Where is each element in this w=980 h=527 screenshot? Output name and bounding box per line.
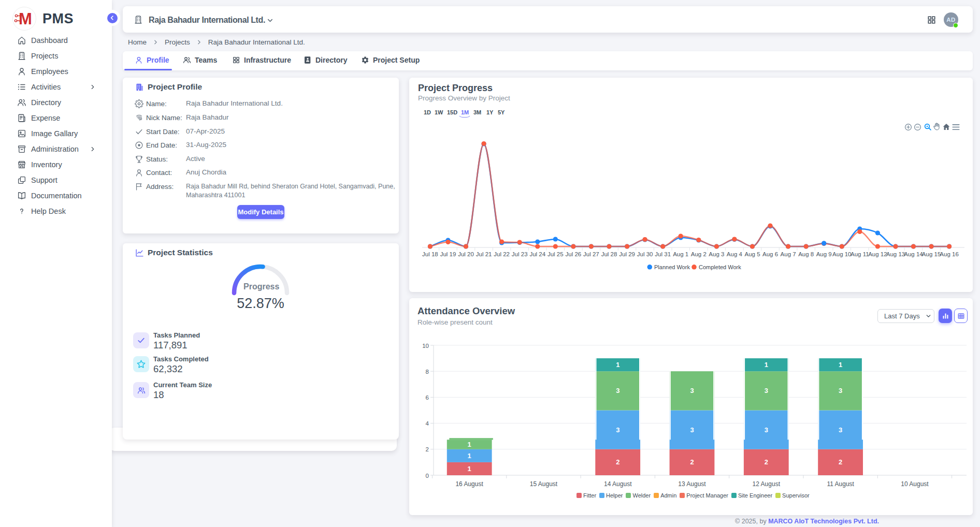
- svg-text:M: M: [19, 10, 32, 28]
